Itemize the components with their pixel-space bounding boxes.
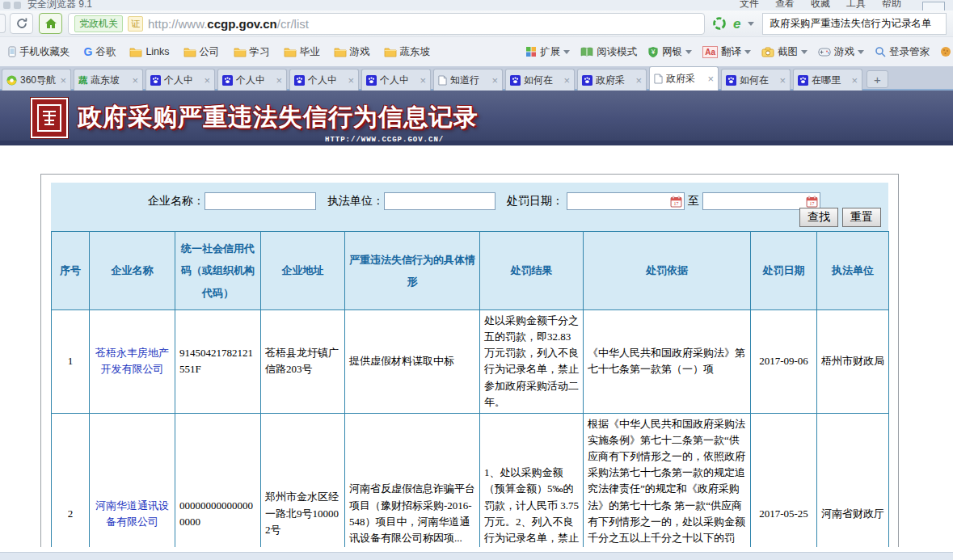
reset-button[interactable]: 重置 [842,208,881,227]
svg-text:¥: ¥ [651,48,656,56]
col-header-behavior: 严重违法失信行为的具体情形 [345,232,480,310]
back-button-partial[interactable] [0,14,6,33]
phone-icon [8,46,16,57]
close-icon[interactable]: × [851,75,858,86]
svg-text:17: 17 [810,201,815,206]
close-icon[interactable]: × [707,74,714,84]
address-bar[interactable]: 党政机关 证 http://www.ccgp.gov.cn/cr/list [68,13,705,35]
navigation-toolbar: 党政机关 证 http://www.ccgp.gov.cn/cr/list e [0,11,953,37]
tool-extensions[interactable]: 扩展 [525,45,570,59]
penalty-date-label: 处罚日期： [507,194,563,208]
folder-icon [334,47,347,57]
close-icon[interactable]: × [491,75,498,86]
tool-games[interactable]: 游戏 [818,45,864,59]
banner-site-url: HTTP://WWW.CCGP.GOV.CN/ [325,136,444,144]
chevron-down-icon[interactable] [563,50,570,54]
chevron-down-icon[interactable] [858,50,864,54]
new-tab-button[interactable]: + [867,70,888,88]
tab-ruhezai-1[interactable]: 如何在 × [505,69,575,91]
calendar-icon[interactable]: 17 [670,196,682,208]
bookmark-folder-company[interactable]: 公司 [183,45,220,59]
chevron-down-icon[interactable] [744,50,751,54]
cell-seq: 2 [52,413,90,547]
tab-zhengfucai-1[interactable]: 政府采 × [577,69,647,91]
menu-tools[interactable]: 工具 [846,0,866,11]
window-control-button[interactable] [922,2,945,11]
close-icon[interactable]: × [60,75,66,86]
close-icon[interactable]: × [348,75,354,86]
folder-icon [129,47,142,57]
tab-shudongpo[interactable]: 蔬 蔬东坡 × [74,69,143,91]
tab-personal-center-3[interactable]: 个人中 × [289,69,359,91]
gov-site-badge[interactable]: 党政机关 [74,15,123,32]
paw-icon [222,75,233,86]
chevron-down-icon[interactable] [801,50,808,54]
bookmark-google[interactable]: G 谷歌 [84,45,116,59]
tab-personal-center-4[interactable]: 个人中 × [361,69,431,91]
doc-icon [654,74,663,84]
tool-translate[interactable]: Aa 翻译 [702,45,751,59]
site-banner: 政府采购严重违法失信行为信息记录 HTTP://WWW.CCGP.GOV.CN/ [0,91,953,145]
tab-zainali[interactable]: 在哪里 × [793,69,862,91]
calendar-icon[interactable]: 17 [806,196,818,208]
bookmark-folder-graduation[interactable]: 毕业 [284,45,320,59]
window-titlebar: 安全浏览器 9.1 文件 查看 收藏 工具 帮助 [0,0,953,11]
cell-date: 2017-05-25 [751,413,817,547]
tool-login-manager[interactable]: 登录管家 [875,45,930,59]
mode-dropdown-icon[interactable] [748,22,754,26]
games-icon [818,48,831,57]
menu-fav[interactable]: 收藏 [811,0,830,11]
folder-icon [384,47,397,57]
tab-personal-center-2[interactable]: 个人中 × [217,69,287,91]
browser-search-input[interactable] [763,14,946,34]
home-button[interactable] [39,13,62,34]
close-icon[interactable]: × [635,75,642,86]
bookmark-folder-shudongpo[interactable]: 蔬东坡 [384,45,431,59]
tab-zhengfucai-active[interactable]: 政府采 × [649,66,719,91]
company-link[interactable]: 河南华道通讯设备有限公司 [90,413,175,547]
bookmarks-bar: 手机收藏夹 G 谷歌 Links 公司 学习 [0,37,953,66]
menu-bar: 文件 查看 收藏 工具 帮助 [740,0,901,11]
veg-icon: 蔬 [78,76,87,85]
reading-mode-icon [580,47,593,57]
refresh-button[interactable] [10,13,33,34]
google-icon: G [84,45,93,58]
bookmark-folder-links[interactable]: Links [129,46,169,57]
records-container: 企业名称： 执法单位： 处罚日期： 17 至 [40,174,899,547]
menu-view[interactable]: 查看 [775,0,795,11]
translate-icon: Aa [702,46,718,58]
cell-seq: 1 [52,310,90,414]
paw-icon [726,75,736,86]
chevron-down-icon[interactable] [685,50,692,54]
tool-reading-mode[interactable]: 阅读模式 [580,45,637,59]
menu-file[interactable]: 文件 [740,0,759,11]
tab-ruhezai-2[interactable]: 如何在 × [721,69,791,91]
bookmark-folder-study[interactable]: 学习 [234,45,270,59]
compat-mode-icon[interactable]: e [733,17,740,31]
close-icon[interactable]: × [563,75,570,86]
close-icon[interactable]: × [132,75,138,86]
folder-icon [234,47,247,57]
cookie-icon[interactable] [940,46,951,57]
browser-search-box [762,13,947,35]
speed-mode-icon[interactable] [713,17,726,30]
company-link[interactable]: 苍梧永丰房地产开发有限公司 [90,310,175,414]
tab-personal-center-1[interactable]: 个人中 × [145,69,215,91]
close-icon[interactable]: × [204,75,210,86]
agency-input[interactable] [384,192,495,210]
screenshot-icon [761,47,774,57]
bookmark-folder-games[interactable]: 游戏 [334,45,370,59]
date-from-input[interactable] [567,192,685,210]
tab-zhidao[interactable]: 知道行 × [433,69,503,91]
certificate-badge[interactable]: 证 [128,16,143,32]
close-icon[interactable]: × [276,75,282,86]
bookmark-mobile-favorites[interactable]: 手机收藏夹 [8,45,70,59]
search-button[interactable]: 查找 [799,208,838,227]
tool-screenshot[interactable]: 截图 [761,45,808,59]
close-icon[interactable]: × [779,75,786,86]
close-icon[interactable]: × [420,75,426,86]
tab-360-nav[interactable]: 360导航 × [2,69,71,91]
menu-help[interactable]: 帮助 [882,0,901,11]
tool-netbank[interactable]: ¥ 网银 [647,45,692,59]
company-name-input[interactable] [205,192,316,210]
